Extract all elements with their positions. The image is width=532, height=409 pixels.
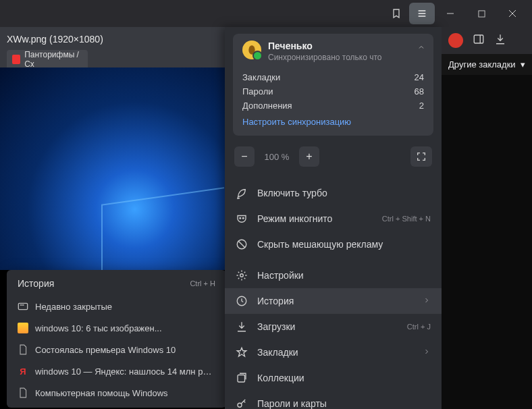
menu-hide-ads[interactable]: Скрыть мешающую рекламу <box>225 231 442 257</box>
side-panel-toolbar <box>442 27 532 54</box>
favicon-icon <box>18 323 28 333</box>
history-title: История <box>18 278 54 289</box>
clock-icon <box>236 295 248 307</box>
window-titlebar <box>0 0 532 27</box>
menu-shortcut: Ctrl + J <box>407 323 431 331</box>
svg-point-7 <box>242 217 244 219</box>
sync-row-label: Закладки <box>242 72 280 82</box>
file-icon <box>18 344 28 355</box>
favicon-icon <box>12 55 20 64</box>
history-item[interactable]: Состоялась премьера Windows 10 <box>9 339 223 360</box>
collections-icon <box>236 372 248 384</box>
bookmark-outline-icon[interactable] <box>383 3 409 24</box>
svg-rect-1 <box>18 303 27 309</box>
menu-label: Режим инкогнито <box>257 213 373 224</box>
gear-icon <box>236 269 248 281</box>
menu-label: Настройки <box>257 270 431 281</box>
page-title: XWw.png (1920×1080) <box>7 31 218 50</box>
mask-icon <box>236 213 248 225</box>
close-button[interactable] <box>497 0 528 27</box>
other-bookmarks[interactable]: Другие закладки ▾ <box>442 54 532 75</box>
svg-point-6 <box>240 217 241 219</box>
other-bookmarks-label: Другие закладки <box>448 59 516 70</box>
sync-row-value: 2 <box>419 101 424 111</box>
chevron-right-icon <box>423 347 431 358</box>
tab-bar: XWw.png (1920×1080) Панторифмы / Сх <box>0 27 225 67</box>
menu-incognito[interactable]: Режим инкогнито Ctrl + Shift + N <box>225 206 442 231</box>
svg-rect-14 <box>474 35 483 43</box>
menu-label: Закладки <box>257 347 413 358</box>
menu-label: Скрыть мешающую рекламу <box>257 239 431 250</box>
svg-point-5 <box>248 45 255 54</box>
menu-history[interactable]: История <box>225 288 442 314</box>
key-icon <box>236 398 248 409</box>
tab-label: Панторифмы / Сх <box>24 50 82 69</box>
yandex-icon: Я <box>18 366 28 377</box>
svg-point-2 <box>20 305 21 306</box>
history-item-label: windows 10 — Яндекс: нашлось 14 млн резу… <box>35 366 215 377</box>
main-menu: Печенько Синхронизировано только что Зак… <box>225 27 442 409</box>
block-icon <box>236 238 248 250</box>
sync-row-label: Пароли <box>242 86 273 97</box>
file-icon <box>18 387 28 398</box>
page-content <box>0 67 225 270</box>
history-shortcut: Ctrl + H <box>190 279 215 288</box>
download-icon <box>236 321 248 333</box>
history-item[interactable]: Компьютерная помощь Windows <box>9 382 223 404</box>
menu-label: Пароли и карты <box>257 398 431 409</box>
sync-username: Печенько <box>268 40 381 51</box>
dropdown-caret-icon: ▾ <box>521 59 525 70</box>
recently-closed[interactable]: Недавно закрытые <box>9 296 223 317</box>
chevron-right-icon <box>423 296 431 306</box>
minimize-button[interactable] <box>435 0 466 27</box>
menu-turbo[interactable]: Включить турбо <box>225 180 442 206</box>
zoom-out-button[interactable]: − <box>234 146 255 167</box>
sync-row-bookmarks: Закладки 24 <box>242 70 424 84</box>
menu-label: История <box>257 296 413 306</box>
svg-rect-11 <box>238 375 245 383</box>
menu-settings[interactable]: Настройки <box>225 263 442 288</box>
menu-label: Коллекции <box>257 373 431 383</box>
svg-point-9 <box>240 274 244 277</box>
sync-row-value: 24 <box>415 72 424 82</box>
tab[interactable]: Панторифмы / Сх <box>7 50 88 69</box>
sync-row-addons: Дополнения 2 <box>242 99 424 113</box>
sidebar-icon[interactable] <box>473 33 485 48</box>
menu-collections[interactable]: Коллекции <box>225 365 442 391</box>
chevron-up-icon[interactable] <box>417 42 425 54</box>
sync-row-passwords: Пароли 68 <box>242 84 424 99</box>
sync-card[interactable]: Печенько Синхронизировано только что Зак… <box>233 34 433 136</box>
fullscreen-button[interactable] <box>410 146 432 167</box>
menu-label: Включить турбо <box>257 188 431 198</box>
history-item[interactable]: windows 10: 6 тыс изображен... <box>9 317 223 339</box>
download-icon[interactable] <box>494 33 506 48</box>
history-flyout: История Ctrl + H Недавно закрытые window… <box>7 270 226 408</box>
side-panel: Другие закладки ▾ <box>442 27 532 409</box>
svg-rect-0 <box>478 10 484 16</box>
menu-bookmarks[interactable]: Закладки <box>225 339 442 365</box>
zoom-value: 100 % <box>261 152 292 162</box>
svg-point-4 <box>23 305 24 306</box>
sync-row-label: Дополнения <box>242 101 292 111</box>
svg-point-3 <box>22 305 22 306</box>
recently-closed-label: Недавно закрытые <box>35 302 112 312</box>
sync-subtitle: Синхронизировано только что <box>268 53 381 62</box>
history-item-label: Состоялась премьера Windows 10 <box>35 345 176 355</box>
menu-downloads[interactable]: Загрузки Ctrl + J <box>225 314 442 339</box>
sync-settings-link[interactable]: Настроить синхронизацию <box>242 113 351 127</box>
sync-row-value: 68 <box>415 86 424 97</box>
zoom-in-button[interactable]: + <box>299 146 319 167</box>
recently-closed-icon <box>18 301 28 312</box>
maximize-button[interactable] <box>466 0 497 27</box>
svg-point-12 <box>238 403 242 407</box>
menu-label: Загрузки <box>257 321 398 332</box>
history-item-label: Компьютерная помощь Windows <box>35 388 168 398</box>
menu-shortcut: Ctrl + Shift + N <box>382 215 431 223</box>
history-item-label: windows 10: 6 тыс изображен... <box>35 323 162 333</box>
rocket-icon <box>236 187 248 199</box>
menu-passwords[interactable]: Пароли и карты <box>225 391 442 409</box>
history-item[interactable]: Я windows 10 — Яндекс: нашлось 14 млн ре… <box>9 360 223 382</box>
star-icon <box>236 346 248 358</box>
extension-icon[interactable] <box>448 33 463 48</box>
menu-icon[interactable] <box>409 3 435 24</box>
